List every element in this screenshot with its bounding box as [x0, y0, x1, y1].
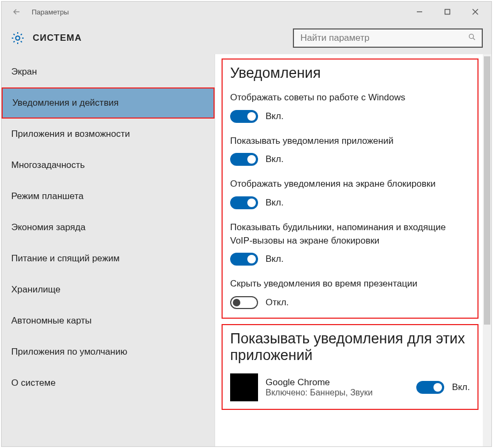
- sidebar-item-battery-saver[interactable]: Экономия заряда: [2, 212, 215, 243]
- app-row-chrome[interactable]: Google Chrome Включено: Баннеры, Звуки В…: [230, 373, 470, 401]
- toggle-state: Вкл.: [452, 382, 470, 393]
- toggle-app-chrome[interactable]: [416, 381, 444, 394]
- sidebar-item-label: Экономия заряда: [11, 222, 85, 233]
- sidebar-item-power-sleep[interactable]: Питание и спящий режим: [2, 243, 215, 274]
- sidebar-item-display[interactable]: Экран: [2, 56, 215, 87]
- toggle-state: Вкл.: [266, 254, 284, 265]
- app-notifications-heading: Показывать уведомления для этих приложен…: [230, 331, 470, 364]
- setting-lockscreen-notifications: Отображать уведомления на экране блокиро…: [230, 178, 470, 209]
- sidebar-item-label: Режим планшета: [11, 191, 84, 202]
- search-input[interactable]: [299, 32, 468, 44]
- minimize-button[interactable]: [412, 9, 427, 15]
- sidebar-item-storage[interactable]: Хранилище: [2, 274, 215, 305]
- setting-label: Показывать будильники, напоминания и вхо…: [230, 221, 470, 247]
- svg-point-5: [469, 34, 474, 39]
- header: СИСТЕМА: [2, 22, 491, 54]
- maximize-button[interactable]: [440, 9, 455, 15]
- setting-hide-during-presentation: Скрыть уведомления во время презентации …: [230, 277, 470, 309]
- svg-rect-1: [445, 10, 450, 14]
- setting-label: Скрыть уведомления во время презентации: [230, 277, 470, 291]
- sidebar-item-label: О системе: [11, 378, 56, 388]
- sidebar-item-tablet-mode[interactable]: Режим планшета: [2, 181, 215, 212]
- svg-point-4: [16, 36, 19, 40]
- sidebar-item-label: Приложения и возможности: [11, 129, 130, 139]
- setting-show-app-notifications: Показывать уведомления приложений Вкл.: [230, 135, 470, 166]
- gear-icon: [10, 31, 25, 46]
- toggle-show-tips[interactable]: [230, 110, 258, 123]
- sidebar-item-offline-maps[interactable]: Автономные карты: [2, 305, 215, 336]
- app-icon: [230, 373, 258, 401]
- sidebar-item-label: Хранилище: [11, 284, 61, 295]
- setting-label: Отображать советы по работе с Windows: [230, 91, 470, 105]
- toggle-state: Вкл.: [266, 197, 284, 208]
- sidebar-item-label: Приложения по умолчанию: [11, 347, 127, 357]
- setting-show-tips: Отображать советы по работе с Windows Вк…: [230, 91, 470, 123]
- sidebar-item-notifications[interactable]: Уведомления и действия: [2, 87, 215, 119]
- sidebar-item-label: Уведомления и действия: [12, 98, 119, 108]
- setting-alarms-reminders: Показывать будильники, напоминания и вхо…: [230, 221, 470, 266]
- content-area: Уведомления Отображать советы по работе …: [215, 54, 491, 446]
- page-title: СИСТЕМА: [33, 33, 82, 43]
- sidebar-item-label: Экран: [11, 67, 37, 77]
- titlebar: Параметры: [2, 2, 491, 22]
- settings-window: Параметры СИСТЕМА: [1, 1, 492, 447]
- sidebar-item-multitasking[interactable]: Многозадачность: [2, 150, 215, 181]
- sidebar-item-label: Питание и спящий режим: [11, 253, 120, 264]
- toggle-alarms-reminders[interactable]: [230, 253, 258, 266]
- scrollbar[interactable]: [483, 54, 491, 446]
- sidebar-item-about[interactable]: О системе: [2, 368, 215, 399]
- svg-line-6: [473, 38, 475, 40]
- notifications-panel: Уведомления Отображать советы по работе …: [222, 58, 479, 319]
- toggle-state: Откл.: [266, 297, 289, 308]
- search-icon: [468, 33, 476, 43]
- sidebar: Экран Уведомления и действия Приложения …: [2, 54, 215, 446]
- sidebar-item-label: Автономные карты: [11, 315, 92, 326]
- setting-label: Отображать уведомления на экране блокиро…: [230, 178, 470, 191]
- sidebar-item-apps-features[interactable]: Приложения и возможности: [2, 119, 215, 150]
- app-sub: Включено: Баннеры, Звуки: [266, 388, 409, 398]
- setting-label: Показывать уведомления приложений: [230, 135, 470, 148]
- sidebar-item-label: Многозадачность: [11, 160, 85, 171]
- notifications-heading: Уведомления: [230, 65, 470, 82]
- toggle-state: Вкл.: [266, 111, 284, 122]
- scrollbar-thumb[interactable]: [484, 56, 490, 325]
- app-info: Google Chrome Включено: Баннеры, Звуки: [266, 377, 409, 398]
- toggle-hide-during-presentation[interactable]: [230, 296, 258, 309]
- app-name: Google Chrome: [266, 377, 409, 388]
- toggle-state: Вкл.: [266, 154, 284, 165]
- toggle-lockscreen-notifications[interactable]: [230, 196, 258, 209]
- close-button[interactable]: [468, 9, 483, 15]
- body: Экран Уведомления и действия Приложения …: [2, 54, 491, 446]
- window-controls: [412, 9, 487, 15]
- toggle-show-app-notifications[interactable]: [230, 153, 258, 166]
- sidebar-item-default-apps[interactable]: Приложения по умолчанию: [2, 336, 215, 368]
- window-title: Параметры: [32, 8, 69, 16]
- search-box[interactable]: [293, 28, 483, 48]
- back-button[interactable]: [6, 7, 27, 17]
- app-notifications-panel: Показывать уведомления для этих приложен…: [222, 324, 479, 410]
